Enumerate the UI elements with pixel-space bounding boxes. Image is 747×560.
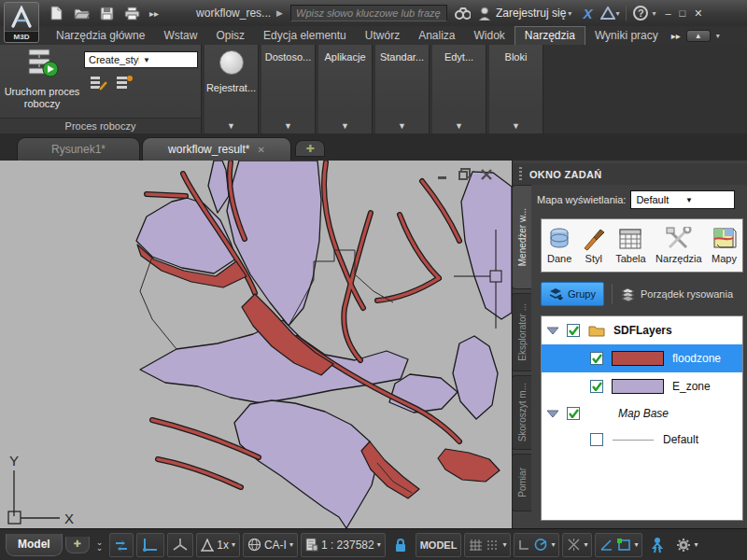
binoculars-search-icon[interactable] (455, 6, 471, 21)
e-zone-checkbox[interactable] (590, 380, 603, 393)
tree-row-map-base[interactable]: Map Base (542, 400, 742, 427)
coordinate-system-button[interactable]: CA-I ▾ (243, 533, 298, 557)
tab-wstaw[interactable]: Wstaw (154, 27, 206, 45)
ucs-toggle-button[interactable] (136, 533, 164, 557)
tab-overflow-icon[interactable]: ▸▸ (671, 31, 681, 41)
toolbar-table-button[interactable]: Tabela (615, 227, 645, 264)
draw-order-button[interactable]: Porządek rysowania (620, 287, 733, 301)
record-circle-icon[interactable] (219, 50, 244, 75)
sign-in-caret-icon[interactable]: ▾ (568, 9, 571, 18)
help-search-input[interactable] (290, 5, 447, 21)
infer-constraints-button[interactable] (109, 533, 134, 557)
toolbar-maps-button[interactable]: Mapy (712, 227, 737, 264)
panel-aplikacje-caret-icon[interactable]: ▼ (318, 121, 372, 131)
drag-grip-icon[interactable] (519, 167, 522, 181)
app-logo[interactable]: M3D (4, 2, 39, 43)
plot-printer-icon[interactable] (124, 6, 140, 21)
model-space-button[interactable]: MODEL (416, 533, 462, 557)
tab-opisz[interactable]: Opisz (206, 27, 254, 45)
object-snap-tracking-button[interactable]: ▾ (562, 533, 592, 557)
panel-dostosowanie-caret-icon[interactable]: ▼ (261, 121, 315, 131)
drawing-minimize-icon[interactable] (437, 169, 448, 180)
workflow-select-dropdown[interactable]: Create_style_layers ▼ (84, 51, 198, 68)
drawing-canvas[interactable]: Y X (0, 161, 512, 528)
panel-aplikacje[interactable]: Aplikacje ▼ (318, 45, 373, 133)
edit-workflow-icon[interactable] (90, 75, 108, 91)
search-scope-arrow-icon[interactable]: ▶ (276, 8, 283, 18)
help-icon[interactable]: ? (633, 6, 648, 21)
panel-standardy-caret-icon[interactable]: ▼ (375, 121, 429, 131)
new-workflow-icon[interactable] (116, 75, 134, 91)
sdflayers-checkbox[interactable] (567, 324, 580, 337)
save-icon[interactable] (99, 6, 115, 21)
qat-expand-icon[interactable]: ▸▸ (149, 8, 159, 19)
customization-button[interactable]: ▾ (672, 533, 701, 557)
toolbar-tools-button[interactable]: Narzędzia (655, 227, 702, 264)
new-layout-button[interactable]: ✚ (65, 537, 90, 553)
a360-caret-icon[interactable]: ▾ (615, 9, 619, 18)
toolbar-style-button[interactable]: Styl (582, 227, 606, 264)
doc-tab-workflow-result[interactable]: workflow_result* ✕ (142, 137, 291, 161)
side-tab-survey[interactable]: Pomiar (512, 454, 531, 511)
expand-triangle-icon[interactable] (547, 327, 558, 334)
doc-tab-close-icon[interactable]: ✕ (257, 145, 264, 155)
side-tab-map-book[interactable]: Skoroszyt m... (512, 375, 531, 450)
sign-in-label[interactable]: Zarejestruj się (496, 7, 566, 20)
layout-chevron-icon[interactable]: ⌄⌄ (96, 539, 104, 551)
tab-utworz[interactable]: Utwórz (356, 27, 409, 45)
object-snap-button[interactable]: ▾ (595, 533, 642, 557)
default-checkbox[interactable] (590, 433, 603, 446)
exchange-apps-icon[interactable]: X (583, 6, 592, 21)
panel-dostosowanie[interactable]: Dostoso... ▼ (261, 45, 316, 133)
record-label[interactable]: Rejestrat... (204, 82, 258, 93)
tab-narzedzia[interactable]: Narzędzia (514, 26, 585, 45)
expand-triangle-icon[interactable] (547, 410, 558, 417)
ribbon-collapse-button[interactable]: ▲ (686, 30, 711, 42)
panel-standardy[interactable]: Standar... ▼ (375, 45, 430, 133)
tree-row-e-zone[interactable]: E_zone (542, 372, 742, 400)
person-status-button[interactable] (645, 533, 669, 557)
new-drawing-tab-button[interactable]: ✚ (295, 140, 325, 157)
panel-edytory-caret-icon[interactable]: ▼ (432, 121, 486, 131)
tree-row-default[interactable]: Default (542, 427, 742, 453)
tree-row-floodzone[interactable]: floodzone (542, 344, 742, 372)
open-folder-icon[interactable] (74, 6, 90, 21)
panel-bloki[interactable]: Bloki ▼ (489, 45, 543, 133)
tab-edycja-elementu[interactable]: Edycja elementu (254, 27, 356, 45)
minimize-button[interactable]: – (665, 7, 670, 20)
toolbar-data-button[interactable]: Dane (547, 227, 571, 264)
model-layout-tab[interactable]: Model (6, 534, 63, 556)
close-button[interactable]: ✕ (694, 7, 702, 20)
tree-row-sdflayers[interactable]: SDFLayers (542, 316, 742, 344)
side-tab-display-manager[interactable]: Menedżer w... (512, 185, 531, 289)
panel-bloki-caret-icon[interactable]: ▼ (489, 121, 543, 131)
new-file-icon[interactable] (49, 6, 64, 21)
map-base-checkbox[interactable] (567, 407, 580, 420)
tab-wyniki-pracy[interactable]: Wyniki pracy (585, 27, 668, 45)
tab-widok[interactable]: Widok (465, 27, 514, 45)
tab-narzedzia-glowne[interactable]: Narzędzia główne (47, 27, 154, 45)
isometric-drafting-button[interactable] (167, 533, 193, 557)
drawing-close-icon[interactable] (481, 169, 492, 180)
panel-rejestrator-caret-icon[interactable]: ▼ (204, 121, 258, 131)
panel-label-proces-roboczy[interactable]: Proces roboczy (0, 118, 201, 133)
help-caret-icon[interactable]: ▾ (652, 9, 655, 18)
restore-button[interactable]: □ (680, 7, 686, 20)
ribbon-collapse-caret-icon[interactable]: ▾ (716, 32, 720, 40)
run-workflow-button[interactable]: Uruchom proces roboczy (4, 47, 80, 118)
side-tab-map-explorer[interactable]: Eksplorator ... (512, 293, 531, 371)
ortho-polar-button[interactable]: ▾ (514, 533, 559, 557)
grid-snap-button[interactable]: ▾ (464, 533, 511, 557)
floodzone-checkbox[interactable] (590, 352, 603, 365)
tab-analiza[interactable]: Analiza (409, 27, 464, 45)
task-pane-header[interactable]: OKNO ZADAŃ (513, 163, 747, 185)
scale-lock-button[interactable] (388, 533, 413, 557)
display-map-dropdown[interactable]: Default ▼ (630, 190, 735, 209)
map-scale-button[interactable]: 1 : 237582 ▾ (301, 533, 386, 557)
groups-toggle-button[interactable]: Grupy (541, 282, 604, 306)
drawing-restore-icon[interactable] (458, 168, 471, 180)
annotation-scale-button[interactable]: 1x ▾ (196, 533, 240, 557)
doc-tab-rysunek1[interactable]: Rysunek1* (17, 137, 140, 161)
panel-edytory[interactable]: Edyt... ▼ (432, 45, 486, 133)
a360-icon[interactable] (599, 6, 615, 21)
